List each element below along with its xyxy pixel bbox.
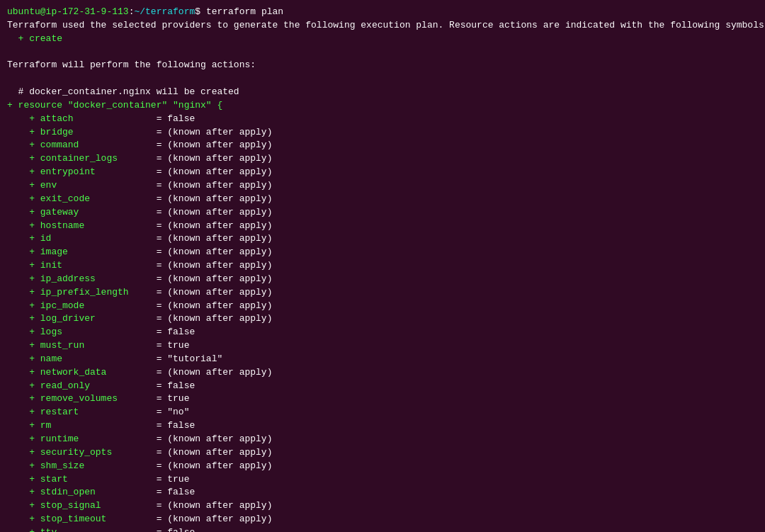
create-symbol: + create	[7, 33, 758, 46]
attr-image: + image = (known after apply)	[7, 246, 758, 259]
attr-start: + start = true	[7, 473, 758, 487]
prompt-path: ~/terraform	[134, 6, 195, 17]
info-line-2: Terraform will perform the following act…	[7, 59, 758, 72]
resource-open: + resource "docker_container" "nginx" {	[7, 99, 758, 113]
attr-security-opts: + security_opts = (known after apply)	[7, 446, 758, 460]
prompt-cmd: $ terraform plan	[195, 6, 283, 17]
info-line-1: Terraform used the selected providers to…	[7, 19, 758, 33]
attr-init: + init = (known after apply)	[7, 259, 758, 273]
attr-hostname: + hostname = (known after apply)	[7, 220, 758, 233]
blank-2	[7, 72, 758, 86]
terminal-window: ubuntu@ip-172-31-9-113:~/terraform$ terr…	[0, 0, 765, 532]
attr-entrypoint: + entrypoint = (known after apply)	[7, 166, 758, 179]
attr-rm: + rm = false	[7, 419, 758, 433]
comment-line: # docker_container.nginx will be created	[7, 86, 758, 99]
attr-ipc-mode: + ipc_mode = (known after apply)	[7, 300, 758, 313]
attr-command: + command = (known after apply)	[7, 139, 758, 152]
attr-gateway: + gateway = (known after apply)	[7, 206, 758, 220]
attr-exit-code: + exit_code = (known after apply)	[7, 193, 758, 206]
attr-stop-signal: + stop_signal = (known after apply)	[7, 499, 758, 513]
blank-1	[7, 46, 758, 60]
attr-restart: + restart = "no"	[7, 406, 758, 419]
attr-attach: + attach = false	[7, 113, 758, 126]
attr-ip-prefix-length: + ip_prefix_length = (known after apply)	[7, 286, 758, 300]
attr-id: + id = (known after apply)	[7, 232, 758, 246]
attr-tty: + tty = false	[7, 526, 758, 532]
attr-env: + env = (known after apply)	[7, 179, 758, 193]
attr-stdin-open: + stdin_open = false	[7, 486, 758, 499]
attr-stop-timeout: + stop_timeout = (known after apply)	[7, 513, 758, 526]
attr-runtime: + runtime = (known after apply)	[7, 433, 758, 446]
attr-shm-size: + shm_size = (known after apply)	[7, 460, 758, 473]
attr-container-logs: + container_logs = (known after apply)	[7, 152, 758, 166]
prompt-line: ubuntu@ip-172-31-9-113:~/terraform$ terr…	[7, 6, 758, 19]
attr-read-only: + read_only = false	[7, 380, 758, 393]
attr-remove-volumes: + remove_volumes = true	[7, 392, 758, 406]
attr-name: + name = "tutorial"	[7, 353, 758, 366]
attr-network-data: + network_data = (known after apply)	[7, 366, 758, 380]
attr-bridge: + bridge = (known after apply)	[7, 126, 758, 140]
attr-ip-address: + ip_address = (known after apply)	[7, 273, 758, 286]
attr-logs: + logs = false	[7, 326, 758, 339]
attr-log-driver: + log_driver = (known after apply)	[7, 312, 758, 326]
attr-must-run: + must_run = true	[7, 339, 758, 353]
prompt-user: ubuntu@ip-172-31-9-113	[7, 6, 129, 17]
